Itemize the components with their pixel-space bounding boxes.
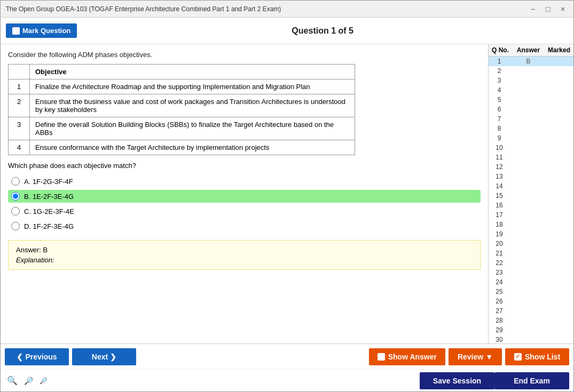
answer-box: Answer: B Explanation: bbox=[8, 240, 481, 270]
sidebar-row-answer bbox=[510, 278, 547, 286]
option-item-a[interactable]: A. 1F-2G-3F-4F bbox=[8, 175, 481, 188]
sidebar-row[interactable]: 25 bbox=[489, 287, 573, 297]
main-area: Consider the following ADM phases object… bbox=[1, 44, 573, 343]
show-answer-button[interactable]: Show Answer bbox=[369, 348, 445, 365]
sidebar-row[interactable]: 3 bbox=[489, 76, 573, 85]
sidebar-row-marked bbox=[547, 326, 573, 334]
option-radio-b[interactable] bbox=[11, 192, 20, 201]
zoom-in-button[interactable]: 🔍 bbox=[5, 374, 20, 387]
zoom-normal-button[interactable]: 🔎 bbox=[22, 375, 35, 386]
sidebar-row[interactable]: 17 bbox=[489, 210, 573, 220]
sidebar-row[interactable]: 1B bbox=[489, 57, 573, 66]
sidebar-row-marked bbox=[547, 173, 573, 180]
sidebar-row[interactable]: 30 bbox=[489, 335, 573, 343]
sidebar-row-marked bbox=[547, 115, 573, 123]
sidebar-row-qno: 2 bbox=[489, 67, 510, 75]
table-col-objective: Objective bbox=[30, 65, 355, 79]
sidebar-row-answer bbox=[510, 336, 547, 343]
option-label-c: C. 1G-2E-3F-4E bbox=[24, 207, 74, 215]
option-radio-d[interactable] bbox=[11, 222, 20, 230]
content-area: Consider the following ADM phases object… bbox=[1, 44, 488, 343]
sidebar-row-marked bbox=[547, 278, 573, 286]
sidebar-row[interactable]: 15 bbox=[489, 191, 573, 201]
sidebar-row[interactable]: 28 bbox=[489, 316, 573, 325]
sidebar-row-marked bbox=[547, 317, 573, 324]
sidebar-row-marked bbox=[547, 211, 573, 219]
show-list-label: Show List bbox=[525, 353, 560, 361]
sidebar-list[interactable]: 1B23456789101112131415161718192021222324… bbox=[489, 57, 573, 343]
option-label-a: A. 1F-2G-3F-4F bbox=[24, 178, 73, 186]
sidebar-row-answer bbox=[510, 211, 547, 219]
sidebar-row[interactable]: 8 bbox=[489, 124, 573, 133]
sidebar-row[interactable]: 6 bbox=[489, 105, 573, 114]
maximize-button[interactable]: □ bbox=[542, 5, 553, 13]
sidebar-row[interactable]: 10 bbox=[489, 143, 573, 153]
next-button[interactable]: Next ❯ bbox=[72, 348, 136, 365]
table-row-obj: Finalize the Architecture Roadmap and th… bbox=[30, 79, 355, 94]
minimize-button[interactable]: − bbox=[528, 5, 538, 13]
option-item-c[interactable]: C. 1G-2E-3F-4E bbox=[8, 205, 481, 218]
question-intro: Consider the following ADM phases object… bbox=[8, 51, 481, 59]
sidebar-row-answer bbox=[510, 240, 547, 247]
objective-table: Objective 1Finalize the Architecture Roa… bbox=[8, 64, 355, 155]
sidebar-row-qno: 24 bbox=[489, 278, 510, 286]
sidebar-row-answer bbox=[510, 154, 547, 161]
review-button[interactable]: Review ▼ bbox=[449, 348, 502, 365]
sidebar-row[interactable]: 12 bbox=[489, 162, 573, 172]
sidebar-row[interactable]: 29 bbox=[489, 325, 573, 335]
sidebar-row-marked bbox=[547, 134, 573, 142]
save-session-button[interactable]: Save Session bbox=[420, 372, 494, 389]
sidebar-row-qno: 4 bbox=[489, 86, 510, 94]
sidebar-row-qno: 1 bbox=[489, 58, 510, 65]
sidebar-row-qno: 3 bbox=[489, 77, 510, 84]
sidebar-row[interactable]: 2 bbox=[489, 66, 573, 76]
zoom-out-button[interactable]: 🔎 bbox=[37, 376, 50, 386]
sidebar-row[interactable]: 9 bbox=[489, 133, 573, 143]
sidebar-row-marked bbox=[547, 240, 573, 247]
previous-button[interactable]: ❮ Previous bbox=[5, 348, 69, 365]
prev-label: Previous bbox=[25, 353, 57, 361]
sidebar-row-qno: 27 bbox=[489, 307, 510, 315]
sidebar-row-answer bbox=[510, 106, 547, 113]
sidebar-row[interactable]: 20 bbox=[489, 239, 573, 249]
sidebar-row[interactable]: 14 bbox=[489, 181, 573, 191]
sidebar-row[interactable]: 22 bbox=[489, 258, 573, 268]
sidebar-row[interactable]: 26 bbox=[489, 297, 573, 306]
sidebar-row[interactable]: 7 bbox=[489, 114, 573, 124]
sidebar-row-answer bbox=[510, 259, 547, 267]
sidebar-row[interactable]: 24 bbox=[489, 277, 573, 287]
sidebar-row-answer bbox=[510, 317, 547, 324]
sidebar-row[interactable]: 21 bbox=[489, 249, 573, 258]
sidebar-row[interactable]: 4 bbox=[489, 85, 573, 95]
sidebar-row-qno: 17 bbox=[489, 211, 510, 219]
sidebar-row-qno: 8 bbox=[489, 125, 510, 132]
sidebar-row-marked bbox=[547, 298, 573, 305]
sidebar-row-answer bbox=[510, 163, 547, 171]
show-list-button[interactable]: ✓ Show List bbox=[505, 348, 569, 365]
sidebar-row[interactable]: 11 bbox=[489, 153, 573, 162]
sidebar-row[interactable]: 23 bbox=[489, 268, 573, 277]
sidebar-marked-header: Marked bbox=[546, 46, 572, 54]
sidebar-row-answer bbox=[510, 144, 547, 151]
option-item-b[interactable]: B. 1E-2F-3E-4G bbox=[8, 190, 481, 203]
bottom-bar: ❮ Previous Next ❯ Show Answer Review ▼ ✓… bbox=[1, 343, 573, 369]
sidebar-row[interactable]: 5 bbox=[489, 95, 573, 105]
sidebar-row[interactable]: 18 bbox=[489, 220, 573, 229]
sidebar-row[interactable]: 13 bbox=[489, 172, 573, 181]
sidebar-row-answer bbox=[510, 67, 547, 75]
option-radio-a[interactable] bbox=[11, 177, 20, 186]
sidebar-answer-header: Answer bbox=[511, 46, 546, 54]
table-row: 3Define the overall Solution Building Bl… bbox=[9, 117, 355, 140]
option-item-d[interactable]: D. 1F-2F-3E-4G bbox=[8, 220, 481, 233]
end-exam-button[interactable]: End Exam bbox=[494, 372, 569, 389]
mark-question-button[interactable]: Mark Question bbox=[6, 23, 77, 38]
review-label: Review bbox=[458, 353, 483, 361]
sidebar-row[interactable]: 16 bbox=[489, 201, 573, 210]
option-radio-c[interactable] bbox=[11, 207, 20, 215]
close-button[interactable]: × bbox=[557, 5, 568, 13]
sidebar-row-answer bbox=[510, 202, 547, 209]
sidebar-row-marked bbox=[547, 154, 573, 161]
sidebar-row[interactable]: 19 bbox=[489, 229, 573, 239]
sidebar-row[interactable]: 27 bbox=[489, 306, 573, 316]
sidebar-row-answer bbox=[510, 96, 547, 103]
